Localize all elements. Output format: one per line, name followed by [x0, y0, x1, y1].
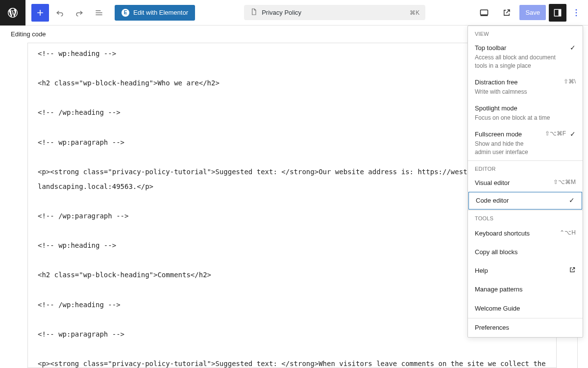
check-icon: ✓: [569, 196, 575, 204]
svg-rect-0: [481, 10, 488, 15]
menu-welcome-guide[interactable]: Welcome Guide: [468, 299, 583, 318]
svg-point-3: [576, 15, 577, 16]
svg-point-1: [576, 9, 577, 10]
menu-help[interactable]: Help: [468, 262, 583, 280]
check-icon: ✓: [570, 130, 576, 138]
top-toolbar: E Edit with Elementor Privacy Policy ⌘K …: [0, 0, 588, 26]
dropdown-section-view: View: [468, 26, 583, 40]
wp-logo[interactable]: [0, 0, 25, 26]
dropdown-section-tools: Tools: [468, 210, 583, 224]
settings-sidebar-toggle[interactable]: [549, 4, 566, 22]
edit-elementor-button[interactable]: E Edit with Elementor: [115, 5, 195, 21]
menu-fullscreen-mode[interactable]: Fullscreen mode Show and hide the admin …: [468, 126, 583, 160]
page-icon: [250, 8, 258, 17]
elementor-label: Edit with Elementor: [133, 9, 188, 16]
menu-copy-all-blocks[interactable]: Copy all blocks: [468, 243, 583, 262]
document-overview-button[interactable]: [90, 4, 108, 22]
check-icon: ✓: [570, 44, 576, 52]
redo-button[interactable]: [71, 4, 88, 22]
external-link-icon: [569, 266, 576, 275]
elementor-icon: E: [122, 9, 129, 17]
menu-spotlight-mode[interactable]: Spotlight mode Focus on one block at a t…: [468, 100, 583, 126]
menu-top-toolbar[interactable]: Top toolbar Access all block and documen…: [468, 40, 583, 74]
view-button[interactable]: [475, 4, 493, 22]
svg-point-2: [576, 12, 577, 13]
document-title-pill[interactable]: Privacy Policy ⌘K: [244, 5, 425, 20]
dropdown-section-editor: Editor: [468, 161, 583, 175]
undo-button[interactable]: [51, 4, 69, 22]
menu-code-editor[interactable]: Code editor ✓: [468, 192, 582, 210]
command-shortcut: ⌘K: [410, 9, 419, 16]
options-dropdown: View Top toolbar Access all block and do…: [467, 26, 583, 338]
editing-code-label: Editing code: [11, 30, 46, 38]
menu-distraction-free[interactable]: Distraction free Write with calmness ⇧⌘\: [468, 74, 583, 100]
save-button[interactable]: Save: [519, 5, 546, 20]
menu-preferences[interactable]: Preferences: [468, 318, 583, 337]
document-title: Privacy Policy: [262, 9, 301, 16]
menu-manage-patterns[interactable]: Manage patterns: [468, 280, 583, 299]
menu-visual-editor[interactable]: Visual editor ⇧⌥⌘M: [468, 175, 583, 191]
options-menu-button[interactable]: [569, 4, 583, 22]
open-external-button[interactable]: [498, 4, 515, 22]
menu-keyboard-shortcuts[interactable]: Keyboard shortcuts ⌃⌥H: [468, 224, 583, 243]
add-block-button[interactable]: [31, 4, 49, 22]
